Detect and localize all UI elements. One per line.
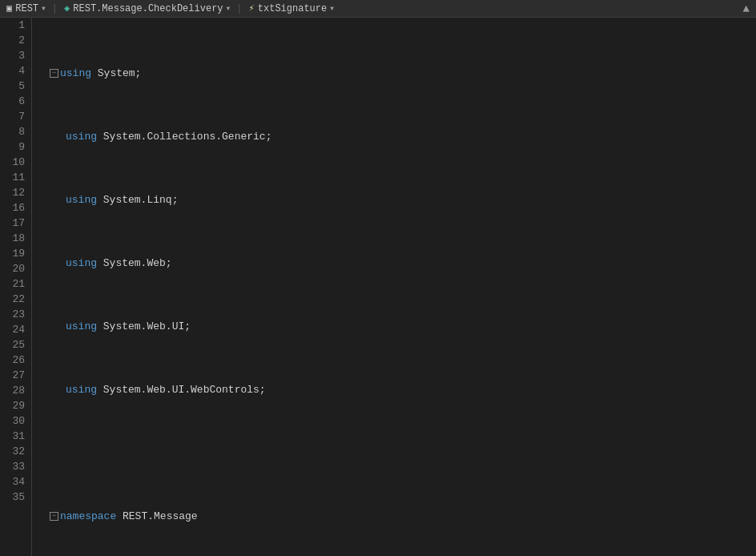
ln-20: 20: [6, 261, 25, 276]
separator-1: |: [52, 3, 58, 14]
file-selector[interactable]: ◈ REST.Message.CheckDelivery ▼: [64, 2, 230, 14]
ln-2: 2: [6, 33, 25, 48]
collapse-namespace-block-icon[interactable]: −: [50, 512, 58, 521]
project-selector[interactable]: ▣ REST ▼: [6, 2, 46, 14]
ln-31: 31: [6, 429, 25, 444]
scroll-up-button[interactable]: ▲: [743, 2, 750, 15]
project-dropdown-arrow[interactable]: ▼: [42, 5, 46, 12]
ln-16: 16: [6, 200, 25, 216]
member-name: txtSignature: [258, 3, 327, 14]
member-dropdown-arrow[interactable]: ▼: [330, 5, 334, 12]
ln-6: 6: [6, 94, 25, 109]
ln-30: 30: [6, 413, 25, 429]
code-line-7: [50, 445, 753, 461]
ln-11: 11: [6, 170, 25, 185]
ln-4: 4: [6, 63, 25, 79]
file-path: REST.Message.CheckDelivery: [73, 3, 223, 14]
ln-3: 3: [6, 48, 25, 63]
ln-28: 28: [6, 383, 25, 398]
ln-32: 32: [6, 444, 25, 459]
ln-27: 27: [6, 368, 25, 383]
member-selector[interactable]: ⚡ txtSignature ▼: [249, 2, 334, 14]
code-editor: 1 2 3 4 5 6 7 8 9 10 11 12 16 17 18 19 2…: [0, 18, 756, 556]
ln-29: 29: [6, 398, 25, 413]
ln-35: 35: [6, 490, 25, 505]
ln-21: 21: [6, 276, 25, 292]
ln-7: 7: [6, 109, 25, 124]
title-bar: ▣ REST ▼ | ◈ REST.Message.CheckDelivery …: [0, 0, 756, 18]
ln-9: 9: [6, 139, 25, 155]
ln-25: 25: [6, 337, 25, 353]
ln-5: 5: [6, 79, 25, 94]
project-name: REST: [15, 3, 38, 14]
code-line-3: using System.Linq;: [50, 192, 753, 207]
ln-18: 18: [6, 231, 25, 246]
ln-1: 1: [6, 18, 25, 33]
ln-26: 26: [6, 353, 25, 368]
ln-12: 12: [6, 185, 25, 200]
separator-2: |: [236, 3, 242, 14]
ln-33: 33: [6, 459, 25, 474]
ln-24: 24: [6, 322, 25, 337]
code-line-8: −namespace REST.Message: [50, 509, 753, 524]
file-icon: ◈: [64, 2, 70, 14]
code-line-5: using System.Web.UI;: [50, 319, 753, 334]
ln-17: 17: [6, 216, 25, 231]
ln-23: 23: [6, 307, 25, 322]
ln-22: 22: [6, 292, 25, 307]
ln-19: 19: [6, 246, 25, 261]
editor-window: ▣ REST ▼ | ◈ REST.Message.CheckDelivery …: [0, 0, 756, 556]
code-line-6: using System.Web.UI.WebControls;: [50, 382, 753, 397]
ln-10: 10: [6, 155, 25, 170]
code-content: −using System; using System.Collections.…: [46, 18, 756, 556]
project-icon: ▣: [6, 2, 12, 14]
gutter: [32, 18, 46, 556]
file-dropdown-arrow[interactable]: ▼: [227, 5, 231, 12]
code-line-2: using System.Collections.Generic;: [50, 129, 753, 144]
ln-34: 34: [6, 474, 25, 490]
member-icon: ⚡: [249, 2, 255, 14]
line-numbers: 1 2 3 4 5 6 7 8 9 10 11 12 16 17 18 19 2…: [0, 18, 32, 556]
code-line-4: using System.Web;: [50, 256, 753, 271]
code-line-1: −using System;: [50, 66, 753, 81]
collapse-namespace-icon[interactable]: −: [50, 69, 58, 78]
ln-8: 8: [6, 124, 25, 139]
